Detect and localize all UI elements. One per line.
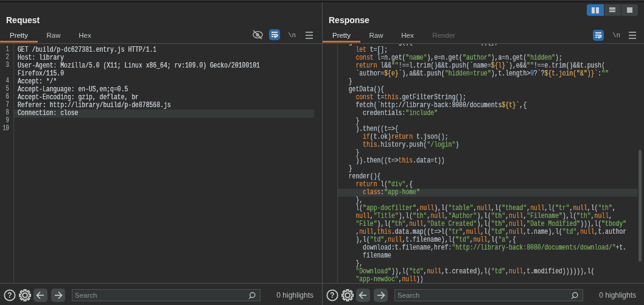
svg-text:?: ?	[330, 291, 334, 300]
svg-text:?: ?	[7, 291, 12, 300]
